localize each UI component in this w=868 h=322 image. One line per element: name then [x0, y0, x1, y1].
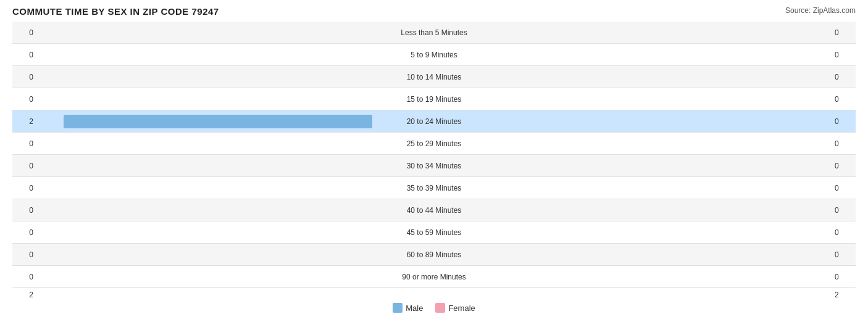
bar-row: 0 60 to 89 Minutes 0 — [12, 244, 856, 266]
row-label: 25 to 29 Minutes — [372, 139, 496, 148]
female-bar-container — [496, 226, 831, 239]
bar-row: 0 10 to 14 Minutes 0 — [12, 66, 856, 88]
female-bar-container — [496, 270, 831, 284]
bar-row: 0 35 to 39 Minutes 0 — [12, 177, 856, 199]
male-value: 0 — [12, 206, 37, 215]
source-label: Source: ZipAtlas.com — [785, 6, 856, 15]
legend: Male Female — [12, 303, 856, 313]
female-value: 0 — [831, 162, 856, 170]
bar-row: 0 45 to 59 Minutes 0 — [12, 221, 856, 244]
bar-row: 0 40 to 44 Minutes 0 — [12, 199, 856, 221]
row-label: Less than 5 Minutes — [372, 28, 496, 37]
male-bar-container — [37, 270, 372, 284]
male-value: 0 — [12, 184, 37, 192]
male-value: 0 — [12, 228, 37, 237]
row-label: 45 to 59 Minutes — [372, 228, 496, 237]
male-bar-container — [37, 26, 372, 39]
male-bar-container — [37, 159, 372, 173]
bar-row: 0 15 to 19 Minutes 0 — [12, 88, 856, 110]
male-legend-label: Male — [406, 303, 423, 313]
female-value: 0 — [831, 73, 856, 81]
female-bar-container — [496, 48, 831, 62]
female-value: 0 — [831, 184, 856, 192]
chart-header: COMMUTE TIME BY SEX IN ZIP CODE 79247 So… — [12, 6, 856, 17]
female-bar-container — [496, 248, 831, 262]
row-label: 15 to 19 Minutes — [372, 95, 496, 104]
male-legend-box — [393, 303, 403, 313]
male-bar — [64, 115, 372, 128]
female-legend-box — [435, 303, 445, 313]
male-value: 0 — [12, 28, 37, 37]
row-label: 35 to 39 Minutes — [372, 184, 496, 192]
row-label: 90 or more Minutes — [372, 273, 496, 281]
bar-row: 0 30 to 34 Minutes 0 — [12, 155, 856, 177]
row-label: 60 to 89 Minutes — [372, 250, 496, 259]
female-value: 0 — [831, 273, 856, 281]
axis-row: 2 2 — [12, 291, 856, 299]
male-value: 0 — [12, 273, 37, 281]
female-bar-container — [496, 70, 831, 84]
bar-row: 2 20 to 24 Minutes 0 — [12, 110, 856, 133]
male-bar-container — [37, 181, 372, 195]
bar-row: 0 90 or more Minutes 0 — [12, 266, 856, 288]
female-value: 0 — [831, 250, 856, 259]
female-value: 0 — [831, 206, 856, 215]
row-label: 20 to 24 Minutes — [372, 117, 496, 126]
female-bar-container — [496, 204, 831, 217]
chart-area: 0 Less than 5 Minutes 0 0 5 to 9 Minutes… — [12, 22, 856, 288]
male-bar-container — [37, 204, 372, 217]
female-bar-container — [496, 159, 831, 173]
row-label: 5 to 9 Minutes — [372, 51, 496, 59]
male-bar-container — [37, 115, 372, 128]
male-value: 0 — [12, 139, 37, 148]
male-bar-container — [37, 248, 372, 262]
female-bar-container — [496, 137, 831, 151]
female-value: 0 — [831, 117, 856, 126]
legend-female: Female — [435, 303, 475, 313]
male-bar-container — [37, 70, 372, 84]
female-bar-container — [496, 93, 831, 106]
male-bar-container — [37, 137, 372, 151]
bar-row: 0 5 to 9 Minutes 0 — [12, 44, 856, 66]
female-bar-container — [496, 26, 831, 39]
row-label: 10 to 14 Minutes — [372, 73, 496, 81]
male-bar-container — [37, 93, 372, 106]
row-label: 40 to 44 Minutes — [372, 206, 496, 215]
female-bar-container — [496, 181, 831, 195]
bar-row: 0 25 to 29 Minutes 0 — [12, 133, 856, 155]
axis-right-value: 2 — [831, 291, 856, 299]
male-bar-container — [37, 48, 372, 62]
male-value: 0 — [12, 95, 37, 104]
male-value: 0 — [12, 250, 37, 259]
male-value: 0 — [12, 73, 37, 81]
male-value: 0 — [12, 162, 37, 170]
female-value: 0 — [831, 95, 856, 104]
legend-male: Male — [393, 303, 423, 313]
female-legend-label: Female — [448, 303, 475, 313]
female-value: 0 — [831, 228, 856, 237]
female-value: 0 — [831, 139, 856, 148]
male-value: 2 — [12, 117, 37, 126]
female-value: 0 — [831, 28, 856, 37]
bar-row: 0 Less than 5 Minutes 0 — [12, 22, 856, 44]
female-value: 0 — [831, 51, 856, 59]
male-bar-container — [37, 226, 372, 239]
axis-left-value: 2 — [12, 291, 37, 299]
female-bar-container — [496, 115, 831, 128]
row-label: 30 to 34 Minutes — [372, 162, 496, 170]
chart-title: COMMUTE TIME BY SEX IN ZIP CODE 79247 — [12, 6, 219, 17]
male-value: 0 — [12, 51, 37, 59]
